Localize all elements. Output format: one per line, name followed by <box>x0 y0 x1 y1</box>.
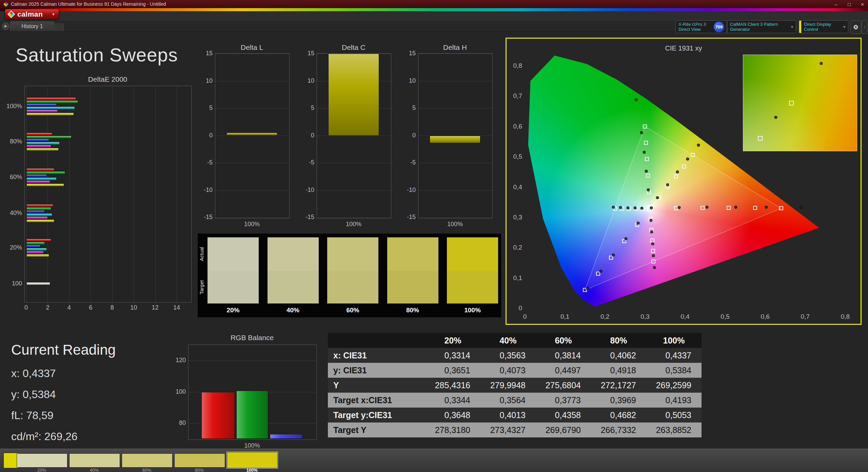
table-cell: 0,4073 <box>480 366 536 375</box>
gridline <box>418 54 492 54</box>
actual-swatch <box>387 237 438 271</box>
measured-marker <box>624 237 627 240</box>
target-marker <box>651 249 655 253</box>
table-row: y: CIE310,36510,40730,44970,49180,5384 <box>328 363 702 378</box>
y-tick-label: 20% <box>2 244 22 251</box>
table-cell: 0,4337 <box>646 351 702 360</box>
gridline <box>317 190 391 191</box>
y-tick-label: 120 <box>170 357 186 364</box>
table-cell: 0,3969 <box>591 395 646 405</box>
deltae-bar <box>26 110 58 113</box>
deltae-bar <box>26 245 40 248</box>
rgb-bar <box>236 391 268 439</box>
y-tick-label: 100% <box>2 103 22 110</box>
table-cell: 0,3651 <box>425 366 480 375</box>
maximize-button[interactable]: □ <box>848 1 851 7</box>
deltae-bar <box>26 168 54 171</box>
cie-1931-panel: CIE 1931 xy 00,10,20,30,40,50,60,70,80,8… <box>506 38 862 325</box>
y-tick-label: -10 <box>298 186 314 194</box>
window-titlebar: Calman 2025 Calman Ultimate for Business… <box>0 0 868 8</box>
target-marker <box>643 124 647 129</box>
table-row: x: CIE310,33140,35630,38140,40620,4337 <box>328 348 702 363</box>
pattern-bar: ▭ ◉ ▦ Back Next 20%40%60%80%100% <box>0 449 868 472</box>
delta-bar <box>328 54 379 136</box>
deltae-bar <box>26 100 78 103</box>
deltae-bar <box>26 97 76 100</box>
deltae-bar <box>26 145 51 148</box>
table-row-label: y: CIE31 <box>328 366 425 375</box>
meter-mode: Direct View <box>678 27 719 32</box>
gridline <box>91 86 91 302</box>
pattern-swatch-button[interactable] <box>227 452 278 468</box>
measured-marker <box>612 253 615 256</box>
delta-h-chart-title: Delta H <box>418 43 492 52</box>
table-cell: 0,3814 <box>536 351 591 360</box>
y-tick-label: 15 <box>298 50 314 57</box>
pattern-generator-dropdown[interactable]: CalMAN Client 3 Pattern Generator ▼ <box>727 20 796 33</box>
table-row: Target Y278,3180273,4327269,6790266,7332… <box>328 422 702 437</box>
tab-scroll-button[interactable]: ▶ <box>2 22 9 30</box>
x-axis-label: 100% <box>189 442 316 449</box>
x-tick-label: 0,6 <box>755 313 775 320</box>
table-header-row: 20%40%60%80%100% <box>328 333 702 348</box>
x-tick-label: 0,5 <box>715 313 735 320</box>
deltae-bar <box>26 113 74 116</box>
pattern-swatch-button[interactable] <box>69 453 120 468</box>
table-cell: 273,4327 <box>480 425 536 435</box>
meter-name: X-Rite i1Pro 3 <box>678 22 719 27</box>
gridline <box>215 54 289 54</box>
inset-target-marker <box>789 101 794 105</box>
measured-marker <box>637 221 640 224</box>
pattern-swatch-button[interactable] <box>122 453 173 468</box>
rgb-balance-chart-title: RGB Balance <box>188 334 316 342</box>
gridline <box>215 136 289 136</box>
y-tick-label: 100 <box>2 280 22 287</box>
delta-c-chart: 151050-5-10-15100% <box>317 53 391 218</box>
pattern-swatch-button[interactable] <box>17 453 67 468</box>
y-tick-label: -15 <box>399 214 416 221</box>
table-row: Target x:CIE310,33440,35640,37730,39690,… <box>328 393 702 408</box>
close-button[interactable]: × <box>861 1 864 7</box>
deltae-bar <box>26 242 45 245</box>
display-control-dropdown[interactable]: Direct Display Control ▼ <box>799 20 848 33</box>
delta-l-chart-title: Delta L <box>215 43 289 52</box>
measured-marker <box>734 205 737 209</box>
deltae-bar <box>26 174 47 177</box>
y-tick-label: 15 <box>399 50 416 57</box>
target-marker <box>727 206 731 210</box>
minimize-button[interactable]: – <box>835 1 837 7</box>
gridline <box>418 163 492 163</box>
y-tick-label: 0 <box>399 132 416 139</box>
display-control-name: Direct Display Control <box>801 22 841 32</box>
tab-stub[interactable] <box>55 23 64 31</box>
target-marker <box>779 206 783 210</box>
deltae-bar <box>26 254 49 257</box>
tab-history-1[interactable]: History 1 <box>10 21 54 31</box>
pattern-swatch-label: 100% <box>227 468 277 472</box>
y-tick-label: 0 <box>298 132 314 139</box>
x-tick-label: 8 <box>104 304 120 311</box>
pattern-swatch-button[interactable] <box>174 453 225 468</box>
target-swatch <box>208 271 259 303</box>
options-button[interactable]: ⋮ <box>862 20 867 34</box>
y-tick-label: 0 <box>196 132 213 139</box>
gridline <box>215 108 289 109</box>
target-marker <box>674 174 678 178</box>
deltae-bar <box>26 216 48 219</box>
table-cell: 0,4358 <box>536 410 591 420</box>
deltae-bar <box>26 239 51 242</box>
table-cell: 278,3180 <box>425 425 480 435</box>
settings-gear-button[interactable] <box>850 20 861 34</box>
y-tick-label: 0,8 <box>506 62 522 70</box>
y-tick-label: -10 <box>399 186 416 194</box>
inset-target-marker <box>758 136 763 141</box>
deltae-bar <box>26 219 54 222</box>
deltae-bar <box>26 180 50 183</box>
gridline <box>215 81 289 81</box>
x-tick-label: 0 <box>18 304 34 311</box>
table-row: Y285,4316279,9948275,6804272,1727269,259… <box>328 378 702 393</box>
gridline <box>317 217 391 218</box>
delta-h-chart: 151050-5-10-15100% <box>418 53 493 218</box>
meter-profile-badge[interactable]: 709 <box>713 21 725 33</box>
calman-menu-button[interactable]: calman ▼ <box>5 9 59 20</box>
